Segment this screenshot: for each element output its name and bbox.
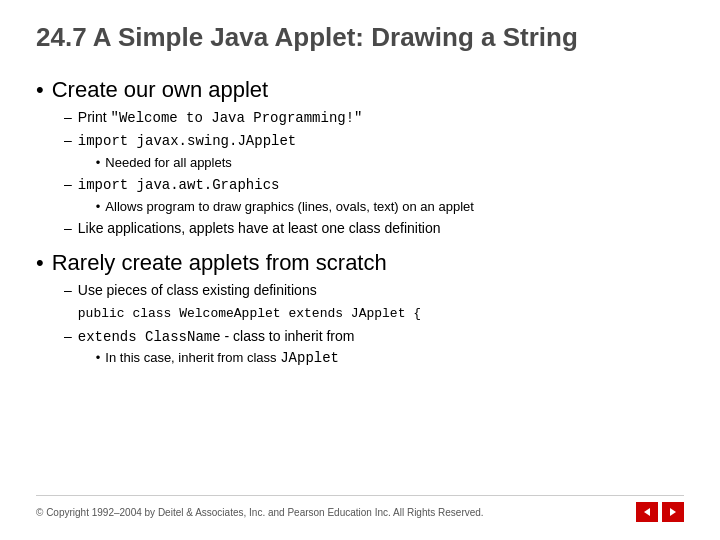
subsub-list-1: • Needed for all applets: [96, 154, 684, 172]
extends-description: - class to inherit from: [225, 328, 355, 344]
sub-item-1: – Print "Welcome to Java Programming!": [64, 108, 684, 129]
sub-item-4: – Like applications, applets have at lea…: [64, 219, 684, 239]
copyright-text: © Copyright 1992–2004 by Deitel & Associ…: [36, 507, 484, 518]
sub-item-7: – extends ClassName - class to inherit f…: [64, 327, 684, 369]
section-2: • Rarely create applets from scratch – U…: [36, 250, 684, 368]
sub-item-6: – public class WelcomeApplet extends JAp…: [64, 303, 684, 323]
import-awt: import java.awt.Graphics: [78, 177, 280, 193]
prev-icon: [642, 507, 652, 517]
svg-marker-0: [644, 508, 650, 516]
bullet-dot-1: •: [36, 77, 44, 103]
class-declaration: public class WelcomeApplet extends JAppl…: [78, 306, 421, 321]
subsub-item-2: • Allows program to draw graphics (lines…: [96, 198, 684, 216]
subsub-list-2: • Allows program to draw graphics (lines…: [96, 198, 684, 216]
subsub-list-3: • In this case, inherit from class JAppl…: [96, 349, 684, 369]
extends-classname: extends ClassName: [78, 329, 221, 345]
slide-title: 24.7 A Simple Java Applet: Drawing a Str…: [36, 22, 684, 53]
sub-list-2: – Use pieces of class existing definitio…: [64, 281, 684, 369]
subsub-item-3: • In this case, inherit from class JAppl…: [96, 349, 684, 369]
main-bullet-2-text: Rarely create applets from scratch: [52, 250, 387, 276]
main-bullet-2: • Rarely create applets from scratch: [36, 250, 684, 276]
sub-list-1: – Print "Welcome to Java Programming!" –…: [64, 108, 684, 239]
svg-marker-1: [670, 508, 676, 516]
import-javax: import javax.swing.JApplet: [78, 133, 296, 149]
content-area: • Create our own applet – Print "Welcome…: [36, 71, 684, 487]
next-icon: [668, 507, 678, 517]
bullet-dot-2: •: [36, 250, 44, 276]
main-bullet-1: • Create our own applet: [36, 77, 684, 103]
sub-item-5: – Use pieces of class existing definitio…: [64, 281, 684, 301]
subsub-item-1: • Needed for all applets: [96, 154, 684, 172]
slide-footer: © Copyright 1992–2004 by Deitel & Associ…: [36, 495, 684, 522]
sub-item-3: – import java.awt.Graphics • Allows prog…: [64, 175, 684, 216]
nav-buttons: [636, 502, 684, 522]
slide: 24.7 A Simple Java Applet: Drawing a Str…: [0, 0, 720, 540]
section-1: • Create our own applet – Print "Welcome…: [36, 77, 684, 238]
next-button[interactable]: [662, 502, 684, 522]
sub-item-2: – import javax.swing.JApplet • Needed fo…: [64, 131, 684, 172]
prev-button[interactable]: [636, 502, 658, 522]
main-bullet-1-text: Create our own applet: [52, 77, 268, 103]
